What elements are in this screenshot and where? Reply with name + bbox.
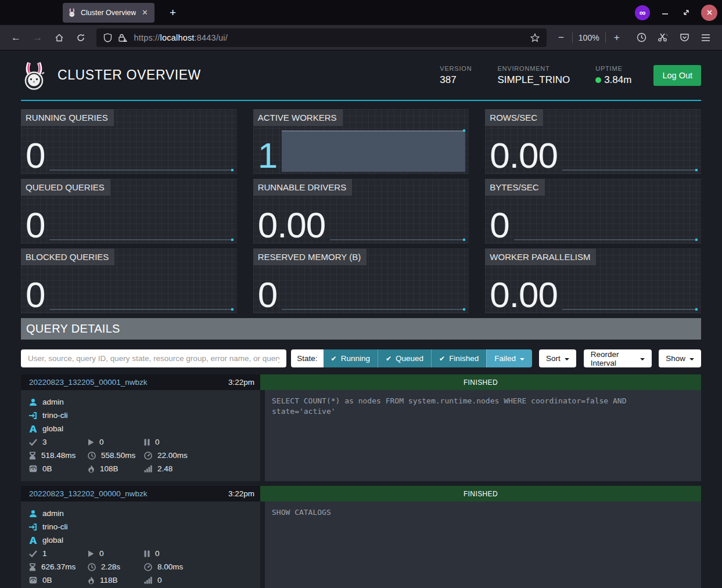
user-icon bbox=[29, 398, 37, 406]
cpu-time: 2.28s bbox=[101, 562, 120, 571]
stat-label: QUEUED QUERIES bbox=[21, 179, 110, 196]
url-host: localhost bbox=[160, 33, 195, 42]
screenshot-extension-button[interactable] bbox=[654, 29, 672, 46]
url-text[interactable]: https://localhost:8443/ui/ bbox=[134, 33, 228, 42]
stat-card-active-workers: ACTIVE WORKERS 1 bbox=[253, 109, 469, 174]
zoom-in-button[interactable]: + bbox=[612, 32, 622, 44]
browser-tab[interactable]: Cluster Overview - Trino ✕ bbox=[63, 3, 155, 23]
window-close-button[interactable] bbox=[701, 5, 717, 21]
stat-label: RESERVED MEMORY (B) bbox=[253, 248, 367, 265]
sparkline bbox=[562, 309, 698, 310]
sparkline bbox=[330, 239, 465, 240]
zoom-level[interactable]: 100% bbox=[579, 33, 599, 42]
execution-time: 22.00ms bbox=[157, 451, 188, 460]
parallelism: 2.48 bbox=[157, 464, 173, 473]
queued-splits: 0 bbox=[155, 438, 160, 446]
url-bar[interactable]: https://localhost:8443/ui/ bbox=[96, 28, 546, 47]
new-tab-button[interactable]: + bbox=[165, 6, 181, 19]
query-id-link[interactable]: 20220823_132205_00001_nwbzk bbox=[29, 378, 147, 387]
show-dropdown[interactable]: Show bbox=[659, 349, 701, 367]
clock-cpu-time-icon bbox=[88, 452, 96, 460]
check-icon: ✔ bbox=[331, 355, 337, 363]
tab-title: Cluster Overview - Trino bbox=[81, 9, 136, 17]
stat-card-blocked-queries: BLOCKED QUERIES 0 bbox=[21, 248, 237, 313]
stat-card-runnable-drivers: RUNNABLE DRIVERS 0.00 bbox=[253, 179, 469, 244]
query-state-badge: FINISHED bbox=[260, 374, 701, 390]
bookmark-star-icon[interactable] bbox=[530, 33, 540, 42]
stat-value: 0 bbox=[258, 278, 277, 311]
query-row: 20220823_132205_00001_nwbzk 3:22pm FINIS… bbox=[21, 374, 701, 481]
environment-label: ENVIRONMENT bbox=[497, 65, 570, 72]
sparkline bbox=[49, 169, 233, 171]
uptime-label: UPTIME bbox=[595, 65, 631, 72]
forward-button: → bbox=[28, 29, 46, 46]
check-completed-splits-icon bbox=[29, 439, 37, 446]
url-path: :8443/ui/ bbox=[195, 33, 228, 42]
menu-hamburger-button[interactable] bbox=[697, 29, 715, 46]
query-search-input[interactable] bbox=[21, 349, 286, 367]
query-stats-panel: admin trino-cli global bbox=[21, 390, 260, 481]
logout-button[interactable]: Log Out bbox=[653, 65, 701, 86]
separator bbox=[605, 33, 606, 43]
stat-card-bytes-sec: BYTES/SEC 0 bbox=[485, 179, 701, 244]
query-filter-toolbar: State: ✔ Running ✔ Queued ✔ Finished Fai… bbox=[21, 349, 701, 367]
shield-icon[interactable] bbox=[103, 33, 112, 42]
query-time: 3:22pm bbox=[228, 489, 254, 498]
reload-button[interactable] bbox=[71, 29, 89, 46]
pocket-button[interactable] bbox=[676, 29, 694, 46]
stat-value: 0 bbox=[26, 278, 45, 311]
version-value: 387 bbox=[440, 74, 472, 86]
zoom-out-button[interactable]: − bbox=[556, 32, 566, 44]
play-running-splits-icon bbox=[88, 550, 94, 557]
stat-label: BYTES/SEC bbox=[485, 179, 544, 196]
sign-in-source-icon bbox=[29, 412, 37, 420]
state-filter-finished[interactable]: ✔ Finished bbox=[431, 349, 486, 367]
stat-label: RUNNABLE DRIVERS bbox=[253, 179, 353, 196]
query-resource-group: global bbox=[42, 536, 63, 544]
completed-splits: 1 bbox=[42, 549, 47, 558]
parallelism: 0 bbox=[157, 576, 162, 585]
state-filter-failed-dropdown[interactable]: Failed bbox=[486, 349, 532, 367]
show-label: Show bbox=[666, 354, 685, 363]
chevron-down-icon bbox=[520, 358, 525, 360]
query-stats-panel: admin trino-cli global bbox=[21, 502, 260, 588]
stat-label: ACTIVE WORKERS bbox=[253, 109, 343, 126]
sign-in-source-icon bbox=[29, 523, 37, 531]
app-header: CLUSTER OVERVIEW VERSION 387 ENVIRONMENT… bbox=[21, 50, 701, 101]
clock-cpu-time-icon bbox=[88, 563, 96, 571]
uptime-block: UPTIME 3.84m bbox=[595, 65, 631, 86]
stat-label: BLOCKED QUERIES bbox=[21, 248, 114, 265]
reorder-interval-dropdown[interactable]: Reorder Interval bbox=[584, 349, 652, 367]
completed-splits: 3 bbox=[42, 438, 47, 446]
queued-splits: 0 bbox=[155, 549, 160, 558]
stat-value: 1 bbox=[258, 139, 277, 172]
resource-group-road-icon bbox=[29, 425, 37, 433]
version-block: VERSION 387 bbox=[440, 65, 472, 86]
window-restore-button[interactable] bbox=[680, 7, 692, 19]
lock-insecure-icon[interactable] bbox=[118, 33, 128, 42]
check-completed-splits-icon bbox=[29, 550, 37, 557]
state-filter-running[interactable]: ✔ Running bbox=[324, 349, 378, 367]
sort-dropdown[interactable]: Sort bbox=[539, 349, 576, 367]
stat-label: WORKER PARALLELISM bbox=[485, 248, 596, 265]
tab-close-icon[interactable]: ✕ bbox=[140, 8, 150, 17]
fire-peak-memory-icon bbox=[88, 576, 95, 585]
stat-card-worker-parallelism: WORKER PARALLELISM 0.00 bbox=[485, 248, 701, 313]
chevron-down-icon bbox=[689, 358, 694, 360]
gauge-execution-time-icon bbox=[144, 563, 152, 571]
state-filter-queued[interactable]: ✔ Queued bbox=[378, 349, 431, 367]
sparkline bbox=[49, 239, 233, 240]
stat-label: ROWS/SEC bbox=[485, 109, 543, 126]
separator bbox=[572, 33, 573, 43]
back-button[interactable]: ← bbox=[7, 29, 25, 46]
stat-value: 0 bbox=[490, 208, 509, 241]
query-sql-text: SELECT COUNT(*) as nodes FROM system.run… bbox=[265, 390, 701, 481]
private-browsing-icon: ∞ bbox=[635, 5, 650, 20]
query-id-link[interactable]: 20220823_132202_00000_nwbzk bbox=[29, 489, 147, 498]
window-minimize-button[interactable] bbox=[659, 7, 671, 19]
stat-value: 0.00 bbox=[490, 278, 558, 311]
stat-card-running-queries: RUNNING QUERIES 0 bbox=[21, 109, 237, 174]
history-clock-button[interactable] bbox=[633, 29, 651, 46]
execution-time: 8.00ms bbox=[157, 562, 183, 571]
home-button[interactable] bbox=[50, 29, 68, 46]
